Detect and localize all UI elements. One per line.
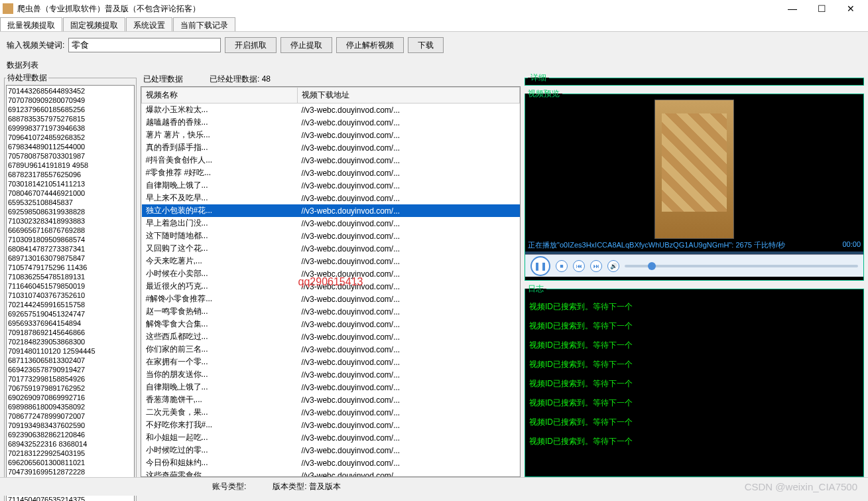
table-row[interactable]: 不好吃你来打我#...//v3-webc.douyinvod.com/...: [142, 419, 520, 431]
stop-parse-button[interactable]: 停止解析视频: [336, 37, 404, 53]
start-button[interactable]: 开启抓取: [225, 37, 277, 53]
list-item[interactable]: 6871136065813302407: [8, 356, 133, 365]
list-item[interactable]: 7021442459916515758: [8, 300, 133, 309]
table-row[interactable]: 香葱薄脆饼干,...//v3-webc.douyinvod.com/...: [142, 394, 520, 406]
pending-listbox[interactable]: 7014432685644893452707078090928007094969…: [6, 85, 135, 501]
table-row[interactable]: 最近很火的巧克...//v3-webc.douyinvod.com/...: [142, 280, 520, 293]
list-item[interactable]: 7067591979891762952: [8, 384, 133, 393]
table-row[interactable]: 和小姐姐一起吃...//v3-webc.douyinvod.com/...: [142, 431, 520, 444]
pending-legend: 待处理数据: [6, 72, 48, 84]
list-item[interactable]: 7091934983437602590: [8, 421, 133, 430]
list-item[interactable]: 7021831229925403195: [8, 449, 133, 458]
prev-button[interactable]: ⏮: [573, 260, 585, 272]
list-item[interactable]: 7103091809509868574: [8, 235, 133, 244]
list-item[interactable]: 7091480110120 12594445: [8, 346, 133, 356]
list-item[interactable]: 71057479175296 11436: [8, 263, 133, 272]
list-item[interactable]: 6902690970869992716: [8, 393, 133, 402]
list-item[interactable]: 7086772478999072007: [8, 411, 133, 421]
table-row[interactable]: 你们家的前三名...//v3-webc.douyinvod.com/...: [142, 343, 520, 356]
table-row[interactable]: 这些奇葩零食你...//v3-webc.douyinvod.com/...: [142, 469, 520, 477]
table-row[interactable]: 又回购了这个花...//v3-webc.douyinvod.com/...: [142, 242, 520, 255]
list-item[interactable]: 6912379660185685256: [8, 105, 133, 114]
table-row[interactable]: 在家拥有一个零...//v3-webc.douyinvod.com/...: [142, 356, 520, 368]
menu-tab-1[interactable]: 固定视频提取: [63, 17, 125, 31]
list-item[interactable]: 6595325108845837: [8, 198, 133, 207]
list-item[interactable]: 6923906382862120846: [8, 430, 133, 439]
list-item[interactable]: 7030181421051411213: [8, 179, 133, 188]
table-row[interactable]: 这些西瓜都吃过...//v3-webc.douyinvod.com/...: [142, 330, 520, 343]
list-item[interactable]: 7070780909280070949: [8, 96, 133, 105]
list-item[interactable]: 7047391699512872228: [8, 467, 133, 476]
next-button[interactable]: ⏭: [590, 260, 602, 272]
list-item[interactable]: 7017732998158854926: [8, 374, 133, 384]
video-table-wrap[interactable]: 视频名称 视频下载地址 爆款小玉米粒太...//v3-webc.douyinvo…: [141, 86, 521, 477]
table-row[interactable]: 自律期晚上饿了...//v3-webc.douyinvod.com/...: [142, 381, 520, 394]
list-item[interactable]: 6897130163079875847: [8, 253, 133, 263]
list-item[interactable]: 695693376964154894: [8, 319, 133, 328]
list-item[interactable]: 7103023283418993883: [8, 216, 133, 226]
list-item[interactable]: 7114504076535214375: [8, 495, 133, 501]
list-item[interactable]: 7057808758703301987: [8, 151, 133, 161]
table-row[interactable]: 早上来不及吃早...//v3-webc.douyinvod.com/...: [142, 192, 520, 204]
table-row[interactable]: #零食推荐 #好吃...//v3-webc.douyinvod.com/...: [142, 167, 520, 179]
list-item[interactable]: 7091878692145646866: [8, 328, 133, 337]
minimize-button[interactable]: —: [778, 0, 807, 17]
log-listbox[interactable]: 视频ID已搜索到。等待下一个视频ID已搜索到。等待下一个视频ID已搜索到。等待下…: [525, 295, 863, 476]
table-row[interactable]: 自律期晚上饿了...//v3-webc.douyinvod.com/...: [142, 179, 520, 192]
list-item[interactable]: 6694236578790919427: [8, 365, 133, 374]
table-row[interactable]: 独立小包装的#花...//v3-webc.douyinvod.com/...: [142, 204, 520, 217]
list-item[interactable]: 6926575190451324747: [8, 309, 133, 319]
menu-tab-0[interactable]: 批量视频提取: [0, 17, 62, 31]
table-row[interactable]: 薯片 薯片，快乐...//v3-webc.douyinvod.com/...: [142, 129, 520, 141]
list-item[interactable]: 689432522316 8368014: [8, 439, 133, 449]
list-item[interactable]: 7116460451579850019: [8, 281, 133, 291]
list-item[interactable]: 6999983771973946638: [8, 123, 133, 133]
list-item[interactable]: 6925985086319938828: [8, 207, 133, 216]
table-row[interactable]: 真的香到舔手指...//v3-webc.douyinvod.com/...: [142, 141, 520, 154]
list-item[interactable]: 6789U9614191819 4958: [8, 161, 133, 170]
video-preview[interactable]: [525, 100, 863, 239]
list-item[interactable]: 7103107403767352610: [8, 291, 133, 300]
maximize-button[interactable]: ☐: [807, 0, 836, 17]
list-item[interactable]: 7108362554785189131: [8, 272, 133, 281]
table-row[interactable]: 解馋零食大合集...//v3-webc.douyinvod.com/...: [142, 318, 520, 330]
table-row[interactable]: 爆款小玉米粒太...//v3-webc.douyinvod.com/...: [142, 104, 520, 117]
list-item[interactable]: 7014432685644893452: [8, 86, 133, 96]
cell-url: //v3-webc.douyinvod.com/...: [297, 204, 519, 217]
col-url[interactable]: 视频下载地址: [297, 88, 519, 104]
stop-button[interactable]: 停止提取: [280, 37, 332, 53]
table-row[interactable]: 越嗑越香的香辣...//v3-webc.douyinvod.com/...: [142, 116, 520, 129]
stop-playback-button[interactable]: ■: [556, 260, 568, 272]
table-row[interactable]: 当你的朋友送你...//v3-webc.douyinvod.com/...: [142, 368, 520, 381]
table-row[interactable]: 赵一鸣零食热销...//v3-webc.douyinvod.com/...: [142, 305, 520, 318]
download-button[interactable]: 下载: [408, 37, 444, 53]
list-item[interactable]: 6989886180094358092: [8, 402, 133, 411]
list-item[interactable]: 687823178557625096: [8, 170, 133, 179]
seek-slider[interactable]: [625, 265, 858, 267]
list-item[interactable]: 6887835357975276815: [8, 114, 133, 123]
list-item[interactable]: 6808414787273387341: [8, 244, 133, 253]
list-item[interactable]: 6669656716876769288: [8, 226, 133, 235]
menu-tab-2[interactable]: 系统设置: [126, 17, 172, 31]
col-name[interactable]: 视频名称: [142, 88, 298, 104]
table-row[interactable]: 小时候在小卖部...//v3-webc.douyinvod.com/...: [142, 267, 520, 280]
close-button[interactable]: ✕: [836, 0, 865, 17]
menu-tab-3[interactable]: 当前下载记录: [173, 17, 235, 31]
table-row[interactable]: 今日份和姐妹约...//v3-webc.douyinvod.com/...: [142, 457, 520, 469]
list-item[interactable]: 7096410724859268352: [8, 133, 133, 142]
keyword-input[interactable]: [68, 38, 221, 52]
list-item[interactable]: 7021848239053868300: [8, 337, 133, 346]
cell-name: 真的香到舔手指...: [142, 141, 298, 154]
list-item[interactable]: 7080467074446921000: [8, 188, 133, 198]
table-row[interactable]: #抖音美食创作人...//v3-webc.douyinvod.com/...: [142, 154, 520, 167]
table-row[interactable]: 小时候吃过的零...//v3-webc.douyinvod.com/...: [142, 444, 520, 457]
table-row[interactable]: 这下随时随地都...//v3-webc.douyinvod.com/...: [142, 230, 520, 242]
list-item[interactable]: 6798344890112544000: [8, 142, 133, 151]
pause-button[interactable]: ❚❚: [530, 256, 550, 276]
table-row[interactable]: 今天来吃薯片,...//v3-webc.douyinvod.com/...: [142, 255, 520, 267]
volume-icon[interactable]: 🔊: [607, 260, 619, 272]
table-row[interactable]: #解馋小零食推荐...//v3-webc.douyinvod.com/...: [142, 293, 520, 305]
table-row[interactable]: 早上着急出门没...//v3-webc.douyinvod.com/...: [142, 217, 520, 230]
table-row[interactable]: 二次元美食，果...//v3-webc.douyinvod.com/...: [142, 406, 520, 419]
list-item[interactable]: 6962065601300811021: [8, 458, 133, 467]
